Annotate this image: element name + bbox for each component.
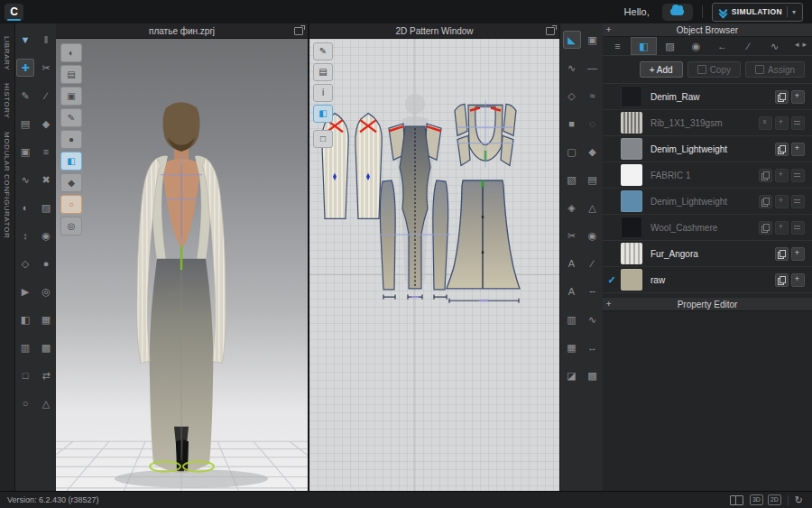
fabric-swatch[interactable] [621,243,642,264]
transform-pattern-icon[interactable]: ◣ [563,31,581,49]
needle-icon[interactable]: ∕ [584,254,602,272]
copy-button[interactable]: Copy [687,61,741,78]
pen-icon[interactable]: ✎ [313,42,333,60]
fabric-row[interactable]: Denim_Lightweight [603,189,812,215]
add-button[interactable]: + Add [640,61,683,78]
front-side-panel[interactable] [455,104,467,135]
storage-icon[interactable] [791,169,805,182]
avatar-icon[interactable]: ○ [16,394,34,412]
basting-icon[interactable]: ╌ [584,282,602,300]
jacket-icon[interactable]: ◧ [16,310,34,328]
viewport-3d-canvas[interactable]: ◐ ▤ ▣ ✎ ● [56,39,308,492]
buttonhole-icon[interactable]: ● [37,254,55,272]
sewing-machine-2d-icon[interactable]: ▣ [584,31,602,49]
seam-ripper-icon[interactable]: ↕ [16,226,34,245]
edit-sewing-icon[interactable]: ✎ [16,87,34,105]
flatten-garment-icon[interactable]: ▤ [584,171,602,189]
add-box-icon[interactable] [791,273,805,287]
dock-tab[interactable]: HISTORY [3,83,11,118]
tab-stitch[interactable]: ∕ [735,37,761,55]
fabric-swatch[interactable] [621,190,642,212]
export-icon[interactable] [759,116,772,130]
animation-icon[interactable]: ▶ [16,282,34,300]
trace-icon[interactable]: ∕ [37,87,55,105]
skirt-panel-right[interactable] [433,180,448,290]
assign-button[interactable]: Assign [745,61,805,78]
dart-icon[interactable]: ▧ [563,171,581,189]
add-box-icon[interactable] [775,169,789,182]
copy-icon[interactable] [775,90,789,104]
tab-scene[interactable]: ≡ [604,37,631,55]
shape-icon[interactable]: ◈ [563,199,581,217]
fabric-row[interactable]: Fur_Angora [603,241,812,267]
segment-sewing-icon[interactable]: — [584,59,602,77]
edit-curvature-icon[interactable]: ∿ [563,59,581,77]
app-logo[interactable]: C [5,4,23,21]
simulate-icon[interactable]: ▼ [16,31,34,49]
tab-topstitch[interactable]: ← [709,37,735,55]
add-box-icon[interactable] [775,221,789,235]
edit-polygon-icon[interactable]: ◇ [563,87,581,105]
popout-window-icon[interactable] [294,27,303,35]
copy-icon[interactable] [759,169,772,182]
copy-icon[interactable] [775,143,789,156]
fabric-toggle-icon[interactable]: ◧ [313,105,333,123]
fabric-row[interactable]: Denim_Lightweight [603,136,812,162]
front-side-panel[interactable] [457,135,470,165]
grading-icon[interactable]: ▥ [563,310,581,328]
info-icon[interactable]: i [313,84,333,102]
cut-sew-icon[interactable]: ✂ [37,59,55,77]
view-mode-badge[interactable]: 2D [768,494,781,505]
fabric-swatch[interactable] [621,269,642,291]
pin-icon[interactable]: ◇ [16,254,34,272]
viewport-3d-titlebar[interactable]: платье фин.zprj [56,23,308,39]
show-garment-icon[interactable]: ▣ [60,87,82,106]
fabric-toggle-icon[interactable]: ◧ [60,152,82,171]
buttons-icon[interactable]: ◉ [584,226,602,245]
fabric-row[interactable]: Rib_1X1_319gsm [603,110,812,136]
texture-roll-icon[interactable]: ▩ [37,338,55,356]
dock-pin-icon[interactable]: + [606,25,611,34]
split-view-icon[interactable] [730,495,743,505]
cloth-dark-icon[interactable]: ◆ [60,173,82,192]
cloth-render-icon[interactable]: ◐ [60,43,82,62]
fabric-swatch[interactable] [621,164,642,186]
chevron-down-icon[interactable]: ▾ [792,8,796,16]
shirt-tape-icon[interactable]: ▨ [37,199,55,217]
copy-icon[interactable] [759,195,772,208]
text-tool-icon[interactable]: A [563,254,581,272]
sync-refresh-icon[interactable]: ↻ [795,495,803,505]
copy-icon[interactable] [775,247,789,261]
avatar-show-icon[interactable]: ● [60,130,82,149]
dock-tab[interactable]: LIBRARY [3,36,11,70]
detail-sewing-icon[interactable]: ◌ [584,115,602,133]
fold-arrangement-icon[interactable]: ◐ [16,199,34,217]
garment-pen-icon[interactable]: ✎ [60,108,82,127]
scissors-icon[interactable]: ✂ [563,226,581,245]
measure-icon[interactable]: ↔ [584,338,602,356]
iron-icon[interactable]: ◆ [584,143,602,161]
pattern-outline-icon[interactable]: △ [584,199,602,217]
tab-scroll-left-icon[interactable]: ◂ [795,40,799,49]
button-icon[interactable]: ◉ [37,226,55,245]
mannequin-icon[interactable]: △ [37,394,55,412]
tab-scroll-right-icon[interactable]: ▸ [802,40,807,49]
quilt-icon[interactable]: ▩ [584,366,602,384]
cloud-sync-button[interactable] [662,4,693,21]
shirt-overlay-icon[interactable]: ▤ [313,63,333,81]
ghost-garment-icon[interactable]: ▤ [60,65,82,84]
tab-puckering[interactable]: ∿ [761,37,788,55]
avatar-display-icon[interactable]: ○ [60,195,82,214]
fabric-row[interactable]: ✓ raw [603,267,812,293]
tab-button[interactable]: ◉ [683,37,709,55]
pattern-2d-canvas[interactable]: ✎ ▤ i ◧ □ [309,39,559,492]
view-mode-badge[interactable]: 3D [750,494,763,505]
fabric-row[interactable]: FABRIC 1 [603,162,812,189]
storage-icon[interactable] [791,221,805,235]
knife-icon[interactable]: ◆ [37,115,55,133]
storage-icon[interactable] [791,116,805,130]
tack-icon[interactable]: ≡ [37,143,55,161]
globe-icon[interactable]: ◎ [60,217,82,236]
rectangle-icon[interactable]: ■ [563,115,581,133]
free-sewing-icon[interactable]: ∿ [16,171,34,189]
